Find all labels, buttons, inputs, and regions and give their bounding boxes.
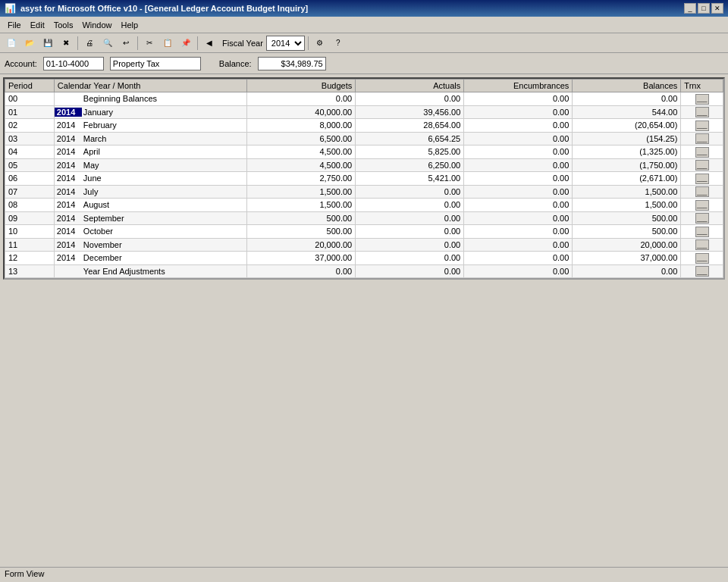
cell-calendar: Year End Adjustments bbox=[54, 264, 246, 278]
table-row[interactable]: 072014July1,500.000.000.001,500.00___ bbox=[5, 185, 723, 199]
table-row[interactable]: 032014March6,500.006,654.250.00(154.25)_… bbox=[5, 132, 723, 146]
table-row[interactable]: 042014April4,500.005,825.000.00(1,325.00… bbox=[5, 146, 723, 159]
cell-calendar: 2014May bbox=[54, 158, 246, 172]
delete-button[interactable]: ✖ bbox=[58, 36, 74, 51]
account-label: Account: bbox=[5, 59, 37, 68]
table-row[interactable]: 062014June2,750.005,421.000.00(2,671.00)… bbox=[5, 172, 723, 186]
cell-budgets: 4,500.00 bbox=[247, 158, 356, 172]
trnx-button[interactable]: ___ bbox=[695, 133, 709, 144]
cell-year: 2014 bbox=[55, 174, 82, 183]
cell-calendar: 2014April bbox=[54, 146, 246, 159]
separator-3 bbox=[197, 36, 198, 50]
col-budgets: Budgets bbox=[247, 80, 356, 92]
main-content: Period Calendar Year / Month Budgets Act… bbox=[3, 77, 725, 280]
settings-button[interactable]: ⚙ bbox=[312, 36, 328, 51]
trnx-button[interactable]: ___ bbox=[695, 253, 709, 264]
cell-actuals: 0.00 bbox=[356, 238, 464, 252]
trnx-button[interactable]: ___ bbox=[695, 213, 709, 224]
refresh-button[interactable]: ↩ bbox=[118, 36, 134, 51]
open-button[interactable]: 📂 bbox=[21, 36, 38, 51]
table-row[interactable]: 00Beginning Balances0.000.000.000.00___ bbox=[5, 92, 723, 106]
menu-window[interactable]: Window bbox=[77, 19, 116, 31]
nav-back[interactable]: ◀ bbox=[201, 36, 218, 51]
table-row[interactable]: 022014February8,000.0028,654.000.00(20,6… bbox=[5, 119, 723, 133]
cell-actuals: 39,456.00 bbox=[356, 105, 464, 119]
cell-calendar: 2014June bbox=[54, 172, 246, 186]
table-row[interactable]: 102014October500.000.000.00500.00___ bbox=[5, 225, 723, 239]
cell-actuals: 6,250.00 bbox=[356, 158, 464, 172]
copy-button[interactable]: 📋 bbox=[159, 36, 176, 51]
cell-balances: 20,000.00 bbox=[573, 238, 681, 252]
cell-budgets: 20,000.00 bbox=[247, 238, 356, 252]
title-bar: 📊 asyst for Microsoft Office v10 - [Gene… bbox=[0, 0, 728, 17]
cell-trnx: ___ bbox=[681, 119, 723, 133]
cell-budgets: 0.00 bbox=[247, 264, 356, 278]
cell-month: Beginning Balances bbox=[83, 94, 157, 103]
trnx-button[interactable]: ___ bbox=[695, 147, 709, 158]
cell-encumbrances: 0.00 bbox=[464, 225, 573, 239]
minimize-button[interactable]: _ bbox=[684, 3, 696, 14]
cell-encumbrances: 0.00 bbox=[464, 172, 573, 186]
save-button[interactable]: 💾 bbox=[39, 36, 56, 51]
account-bar: Account: Balance: bbox=[0, 53, 728, 74]
table-row[interactable]: 052014May4,500.006,250.000.00(1,750.00)_… bbox=[5, 158, 723, 172]
cell-actuals: 0.00 bbox=[356, 211, 464, 225]
menu-tools[interactable]: Tools bbox=[49, 19, 78, 31]
close-button[interactable]: ✕ bbox=[711, 3, 723, 14]
cell-budgets: 8,000.00 bbox=[247, 119, 356, 133]
print-button[interactable]: 🖨 bbox=[81, 36, 98, 51]
trnx-button[interactable]: ___ bbox=[695, 94, 709, 105]
cell-period: 10 bbox=[5, 225, 55, 239]
cell-month: August bbox=[83, 200, 109, 209]
cell-year: 2014 bbox=[55, 240, 82, 249]
menu-edit[interactable]: Edit bbox=[26, 19, 49, 31]
cell-actuals: 0.00 bbox=[356, 185, 464, 199]
cell-balances: (20,654.00) bbox=[573, 119, 681, 133]
menu-file[interactable]: File bbox=[3, 19, 26, 31]
cell-trnx: ___ bbox=[681, 146, 723, 159]
trnx-button[interactable]: ___ bbox=[695, 174, 709, 184]
separator-2 bbox=[137, 36, 138, 50]
cell-period: 00 bbox=[5, 92, 55, 106]
cell-encumbrances: 0.00 bbox=[464, 105, 573, 119]
cut-button[interactable]: ✂ bbox=[141, 36, 158, 51]
separator-4 bbox=[308, 36, 309, 50]
col-actuals: Actuals bbox=[356, 80, 464, 92]
table-row[interactable]: 012014January40,000.0039,456.000.00544.0… bbox=[5, 105, 723, 119]
toolbar: 📄 📂 💾 ✖ 🖨 🔍 ↩ ✂ 📋 📌 ◀ Fiscal Year 2014 2… bbox=[0, 33, 728, 53]
preview-button[interactable]: 🔍 bbox=[99, 36, 116, 51]
trnx-button[interactable]: ___ bbox=[695, 266, 709, 277]
cell-period: 04 bbox=[5, 146, 55, 159]
trnx-button[interactable]: ___ bbox=[695, 239, 709, 250]
menu-help[interactable]: Help bbox=[117, 19, 143, 31]
help-button[interactable]: ? bbox=[330, 36, 347, 51]
cell-actuals: 0.00 bbox=[356, 92, 464, 106]
trnx-button[interactable]: ___ bbox=[695, 160, 709, 171]
table-row[interactable]: 092014September500.000.000.00500.00___ bbox=[5, 211, 723, 225]
cell-year: 2014 bbox=[55, 120, 82, 130]
trnx-button[interactable]: ___ bbox=[695, 227, 709, 237]
fiscal-year-label: Fiscal Year bbox=[222, 39, 263, 48]
maximize-button[interactable]: □ bbox=[698, 3, 710, 14]
trnx-button[interactable]: ___ bbox=[695, 107, 709, 117]
cell-encumbrances: 0.00 bbox=[464, 146, 573, 159]
trnx-button[interactable]: ___ bbox=[695, 120, 709, 131]
cell-budgets: 2,750.00 bbox=[247, 172, 356, 186]
cell-budgets: 1,500.00 bbox=[247, 199, 356, 212]
table-row[interactable]: 082014August1,500.000.000.001,500.00___ bbox=[5, 199, 723, 212]
cell-budgets: 500.00 bbox=[247, 211, 356, 225]
cell-calendar: 2014December bbox=[54, 252, 246, 265]
fiscal-year-select[interactable]: 2014 2013 2012 2015 bbox=[266, 36, 305, 51]
trnx-button[interactable]: ___ bbox=[695, 200, 709, 211]
account-name-input[interactable] bbox=[110, 57, 201, 70]
cell-encumbrances: 0.00 bbox=[464, 158, 573, 172]
table-row[interactable]: 13Year End Adjustments0.000.000.000.00__… bbox=[5, 264, 723, 278]
table-row[interactable]: 112014November20,000.000.000.0020,000.00… bbox=[5, 238, 723, 252]
account-number-input[interactable] bbox=[43, 57, 104, 70]
paste-button[interactable]: 📌 bbox=[177, 36, 194, 51]
table-row[interactable]: 122014December37,000.000.000.0037,000.00… bbox=[5, 252, 723, 265]
new-button[interactable]: 📄 bbox=[3, 36, 20, 51]
cell-month: September bbox=[83, 214, 124, 223]
trnx-button[interactable]: ___ bbox=[695, 186, 709, 197]
cell-actuals: 28,654.00 bbox=[356, 119, 464, 133]
